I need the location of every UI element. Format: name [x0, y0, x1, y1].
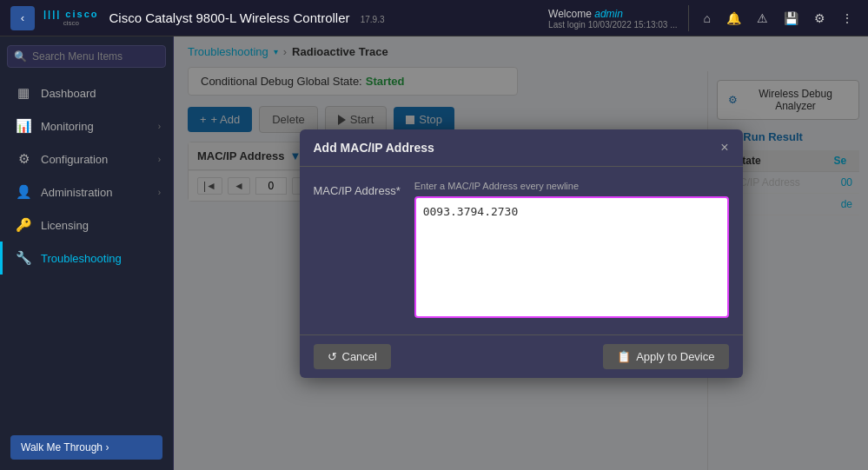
sidebar: 🔍 ▦ Dashboard 📊 Monitoring › ⚙ Configura… — [0, 36, 174, 470]
sidebar-item-dashboard[interactable]: ▦ Dashboard — [0, 76, 173, 109]
sidebar-item-configuration[interactable]: ⚙ Configuration › — [0, 142, 173, 175]
cancel-icon: ↺ — [328, 350, 337, 363]
header-right: Welcome admin Last login 10/03/2022 15:1… — [548, 5, 858, 31]
monitoring-icon: 📊 — [15, 118, 32, 134]
welcome-info: Welcome admin Last login 10/03/2022 15:1… — [548, 7, 677, 30]
modal-body: MAC/IP Address* Enter a MAC/IP Address e… — [300, 167, 743, 334]
chevron-right-icon: › — [158, 122, 161, 131]
sidebar-item-label: Configuration — [41, 153, 108, 166]
save-icon-btn[interactable]: 💾 — [779, 10, 803, 27]
search-box-container: 🔍 — [7, 45, 166, 68]
apply-icon: 📋 — [617, 350, 631, 363]
modal-field-label: MAC/IP Address* — [314, 181, 401, 321]
walk-me-through-button[interactable]: Walk Me Through — [10, 435, 162, 460]
cisco-logo-text: |||| cisco — [43, 9, 99, 19]
more-icon-btn[interactable]: ⋮ — [837, 10, 858, 27]
troubleshooting-icon: 🔧 — [15, 250, 32, 266]
modal-close-button[interactable]: × — [720, 140, 728, 156]
cisco-logo: |||| cisco cisco — [43, 9, 99, 27]
top-header: ‹ |||| cisco cisco Cisco Catalyst 9800-L… — [0, 0, 868, 36]
home-icon-btn[interactable]: ⌂ — [699, 10, 715, 27]
content-area: Troubleshooting ▾ › Radioactive Trace Co… — [174, 36, 868, 470]
main-layout: 🔍 ▦ Dashboard 📊 Monitoring › ⚙ Configura… — [0, 36, 868, 470]
modal-title: Add MAC/IP Address — [314, 141, 434, 155]
sidebar-item-label: Monitoring — [41, 120, 94, 133]
add-mac-modal: Add MAC/IP Address × MAC/IP Address* Ent… — [300, 129, 743, 378]
sidebar-item-label: Dashboard — [41, 87, 96, 100]
dashboard-icon: ▦ — [15, 85, 32, 101]
sidebar-item-troubleshooting[interactable]: 🔧 Troubleshooting — [0, 242, 173, 275]
sidebar-item-licensing[interactable]: 🔑 Licensing — [0, 209, 173, 242]
configuration-icon: ⚙ — [15, 151, 32, 167]
sidebar-item-label: Administration — [41, 186, 112, 199]
search-icon: 🔍 — [14, 50, 27, 63]
cisco-sub-text: cisco — [63, 19, 79, 27]
modal-header: Add MAC/IP Address × — [300, 129, 743, 167]
licensing-icon: 🔑 — [15, 217, 32, 233]
modal-overlay: Add MAC/IP Address × MAC/IP Address* Ent… — [174, 36, 868, 470]
back-button[interactable]: ‹ — [10, 6, 35, 30]
cancel-button[interactable]: ↺ Cancel — [314, 344, 391, 369]
sidebar-item-monitoring[interactable]: 📊 Monitoring › — [0, 109, 173, 142]
modal-input-area: Enter a MAC/IP Address every newline 009… — [414, 181, 729, 321]
sidebar-item-label: Troubleshooting — [41, 252, 122, 265]
sidebar-item-administration[interactable]: 👤 Administration › — [0, 175, 173, 209]
sidebar-item-label: Licensing — [41, 219, 89, 232]
app-title: Cisco Catalyst 9800-L Wireless Controlle… — [109, 10, 549, 25]
modal-hint: Enter a MAC/IP Address every newline — [414, 181, 729, 191]
settings-icon-btn[interactable]: ⚙ — [810, 10, 830, 27]
apply-to-device-button[interactable]: 📋 Apply to Device — [603, 344, 728, 369]
search-input[interactable] — [7, 45, 166, 68]
modal-footer: ↺ Cancel 📋 Apply to Device — [300, 334, 743, 378]
chevron-right-icon: › — [158, 188, 161, 197]
header-divider — [688, 5, 689, 31]
administration-icon: 👤 — [15, 184, 32, 200]
bell-icon-btn[interactable]: 🔔 — [722, 10, 745, 27]
mac-address-textarea[interactable]: 0093.3794.2730 — [414, 196, 729, 318]
warning-icon-btn[interactable]: ⚠ — [752, 10, 772, 27]
chevron-right-icon: › — [158, 155, 161, 164]
